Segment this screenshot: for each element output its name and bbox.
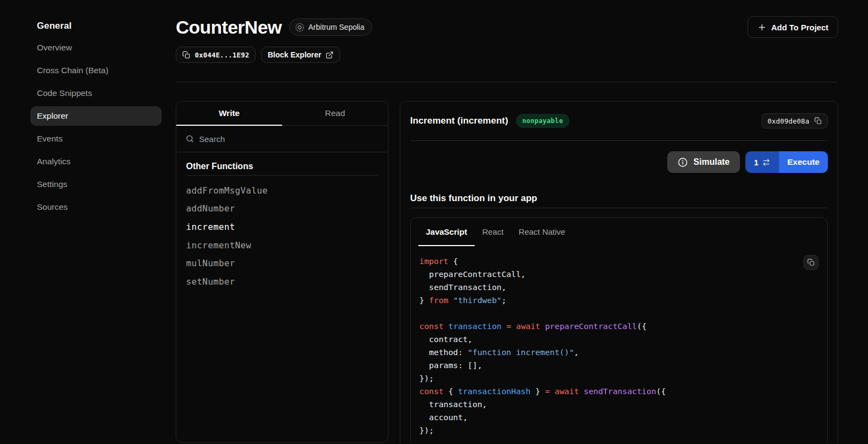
function-selector-label: 0xd09de08a [768, 117, 809, 125]
simulate-button[interactable]: Simulate [667, 151, 740, 173]
contract-address-label: 0x044E...1E92 [195, 51, 249, 59]
block-explorer-label: Block Explorer [267, 50, 321, 59]
sidebar-item-code-snippets[interactable]: Code Snippets [30, 83, 162, 103]
tab-read[interactable]: Read [282, 101, 388, 126]
sidebar-item-overview[interactable]: Overview [30, 38, 162, 57]
function-selector-button[interactable]: 0xd09de08a [762, 113, 828, 128]
code-tab-react-native[interactable]: React Native [511, 218, 573, 246]
functions-panel: WriteRead Other Functions addFromMsgValu… [176, 101, 388, 443]
search-input[interactable] [199, 134, 379, 144]
functions-list: addFromMsgValueaddNumberincrementincreme… [186, 182, 378, 291]
contract-address-button[interactable]: 0x044E...1E92 [176, 47, 256, 63]
sidebar-item-sources[interactable]: Sources [30, 197, 162, 217]
functions-section-divider [186, 175, 378, 176]
sidebar-item-settings[interactable]: Settings [30, 175, 162, 194]
network-badge-label: Arbitrum Sepolia [308, 23, 365, 31]
code-card: JavaScriptReactReact Native import { pre… [410, 217, 828, 444]
execute-count: 1 [754, 158, 758, 167]
sidebar: General OverviewCross Chain (Beta)Code S… [0, 0, 176, 444]
sidebar-heading: General [30, 21, 162, 31]
header-divider [176, 82, 838, 82]
code-tab-javascript[interactable]: JavaScript [418, 218, 475, 246]
function-item-addFromMsgValue[interactable]: addFromMsgValue [186, 182, 378, 200]
tab-write[interactable]: Write [176, 101, 282, 126]
code-tab-react[interactable]: React [475, 218, 511, 246]
search-icon [186, 134, 194, 143]
copy-icon [814, 117, 822, 125]
actions-row: Simulate 1 Execute [400, 151, 838, 173]
sidebar-item-explorer[interactable]: Explorer [30, 106, 162, 126]
sidebar-item-events[interactable]: Events [30, 129, 162, 149]
info-icon [678, 157, 688, 168]
functions-section-title: Other Functions [186, 161, 378, 172]
simulate-label: Simulate [693, 157, 730, 167]
add-to-project-label: Add To Project [771, 23, 828, 32]
block-explorer-button[interactable]: Block Explorer [261, 47, 340, 63]
search-row [176, 126, 388, 152]
copy-icon [182, 51, 190, 59]
function-item-setNumber[interactable]: setNumber [186, 273, 378, 291]
code-language-tabs: JavaScriptReactReact Native [411, 218, 827, 246]
sidebar-item-analytics[interactable]: Analytics [30, 152, 162, 171]
function-item-mulNumber[interactable]: mulNumber [186, 254, 378, 273]
swap-arrows-icon [762, 158, 770, 166]
function-item-addNumber[interactable]: addNumber [186, 200, 378, 218]
plus-icon [757, 23, 767, 32]
network-icon [295, 23, 304, 32]
page-title: CounterNew [176, 16, 282, 38]
network-badge[interactable]: Arbitrum Sepolia [289, 18, 372, 36]
function-detail-panel: Increment (increment) nonpayable 0xd09de… [400, 101, 838, 444]
function-item-incrementNew[interactable]: incrementNew [186, 236, 378, 255]
external-link-icon [326, 51, 334, 59]
execute-button[interactable]: Execute [779, 151, 828, 173]
copy-icon [807, 259, 815, 266]
function-title: Increment (increment) [410, 115, 508, 126]
mutability-badge: nonpayable [516, 114, 570, 128]
code-copy-button[interactable] [803, 255, 819, 270]
execute-count-button[interactable]: 1 [745, 151, 779, 173]
code-area: import { prepareContractCall, sendTransa… [411, 246, 827, 444]
address-row: 0x044E...1E92 Block Explorer [176, 47, 838, 63]
main-content: CounterNew Arbitrum Sepolia Add To Proje… [176, 0, 868, 444]
title-row: CounterNew Arbitrum Sepolia Add To Proje… [176, 16, 838, 38]
function-item-increment[interactable]: increment [186, 218, 378, 236]
sidebar-nav: OverviewCross Chain (Beta)Code SnippetsE… [30, 38, 162, 217]
detail-header-divider [410, 140, 828, 141]
add-to-project-button[interactable]: Add To Project [748, 16, 838, 38]
code-block: import { prepareContractCall, sendTransa… [419, 255, 819, 437]
usage-divider [410, 208, 828, 208]
content-panels: WriteRead Other Functions addFromMsgValu… [176, 101, 838, 444]
functions-list-section: Other Functions addFromMsgValueaddNumber… [176, 152, 388, 291]
sidebar-item-cross-chain-beta[interactable]: Cross Chain (Beta) [30, 61, 162, 80]
function-detail-header: Increment (increment) nonpayable 0xd09de… [400, 101, 838, 140]
write-read-tabs: WriteRead [176, 101, 388, 126]
usage-heading: Use this function in your app [410, 193, 828, 204]
execute-button-group: 1 Execute [745, 151, 828, 173]
